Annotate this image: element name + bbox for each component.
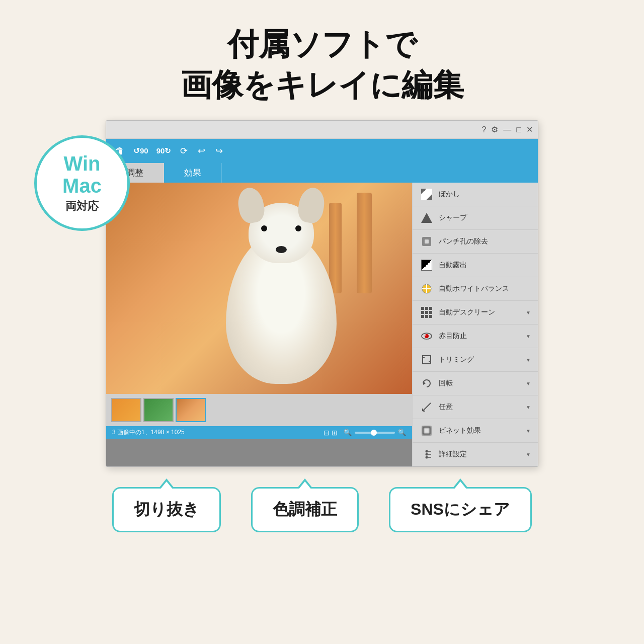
status-bar: 3 画像中の1、1498 × 1025 ⊟ ⊞ 🔍 🔍 <box>106 426 412 439</box>
sidebar-label-descreen: 自動デスクリーン <box>439 308 521 317</box>
vignette-arrow: ▼ <box>526 428 531 434</box>
thumbnail-3[interactable] <box>176 398 206 422</box>
dog-eye-right <box>295 225 301 231</box>
punch-icon <box>420 234 434 249</box>
sidebar-item-details[interactable]: 詳細設定 ▼ <box>413 443 538 466</box>
sidebar-label-arbitrary: 任意 <box>439 403 521 412</box>
thumb-orange-img <box>112 399 140 421</box>
details-arrow: ▼ <box>526 452 531 457</box>
page-title: 付属ソフトで 画像をキレイに編集 <box>0 24 644 105</box>
sidebar-item-trimming[interactable]: トリミング ▼ <box>413 348 538 372</box>
title-bar: ? ⚙ — □ ✕ <box>106 121 538 139</box>
rotate-right-label: 90↻ <box>154 145 174 156</box>
whitebalance-icon <box>420 282 434 296</box>
image-area: 3 画像中の1、1498 × 1025 ⊟ ⊞ 🔍 🔍 <box>106 183 412 466</box>
sidebar-item-sharpen[interactable]: シャープ <box>413 206 538 230</box>
sidebar-item-vignette[interactable]: ビネット効果 ▼ <box>413 419 538 443</box>
view-icons: ⊟ ⊞ <box>324 429 338 437</box>
bottom-badges: 切り抜き 色調補正 SNSにシェア <box>0 467 644 532</box>
compat-label: 両対応 <box>65 199 99 214</box>
details-icon <box>420 447 434 461</box>
win-mac-badge: Win Mac 両対応 <box>34 135 130 231</box>
sidebar-label-sharpen: シャープ <box>439 213 531 222</box>
svg-rect-8 <box>423 356 431 364</box>
dog-ear-left <box>235 186 266 225</box>
rotate-left-label: ↺90 <box>131 145 150 156</box>
tab-effects[interactable]: 効果 <box>164 163 222 183</box>
help-icon[interactable]: ? <box>481 125 486 134</box>
rotate-arrow: ▼ <box>526 381 531 386</box>
sidebar-item-descreen[interactable]: 自動デスクリーン ▼ <box>413 301 538 325</box>
svg-point-21 <box>426 456 428 459</box>
zoom-in-icon[interactable]: 🔍 <box>398 429 406 436</box>
sidebar-label-vignette: ビネット効果 <box>439 426 521 435</box>
dog-figure <box>226 233 337 384</box>
descreen-arrow: ▼ <box>526 310 531 315</box>
refresh-button[interactable]: ⟳ <box>177 143 191 158</box>
trimming-arrow: ▼ <box>526 357 531 363</box>
sidebar-label-exposure: 自動露出 <box>439 261 531 270</box>
close-icon[interactable]: ✕ <box>526 125 533 134</box>
win-label: Win <box>64 152 101 175</box>
dog-ear-right <box>296 186 327 225</box>
maximize-icon[interactable]: □ <box>516 125 521 134</box>
svg-point-19 <box>426 450 428 453</box>
title-line1: 付属ソフトで <box>227 27 417 61</box>
vignette-icon <box>420 424 434 438</box>
exposure-icon <box>420 258 434 272</box>
view-split-icon[interactable]: ⊟ <box>324 429 330 437</box>
thumb-green-img <box>144 399 173 421</box>
zoom-slider[interactable] <box>355 432 395 434</box>
badge-sns: SNSにシェア <box>389 487 532 532</box>
sharpen-icon <box>420 211 434 225</box>
badge-sns-label: SNSにシェア <box>411 500 510 518</box>
sidebar-item-arbitrary[interactable]: 任意 ▼ <box>413 395 538 419</box>
sidebar-item-redeye[interactable]: 赤目防止 ▼ <box>413 325 538 348</box>
dog-nose <box>276 246 287 253</box>
badge-color: 色調補正 <box>251 487 359 532</box>
redeye-arrow: ▼ <box>526 334 531 339</box>
thumbnail-2[interactable] <box>143 398 174 422</box>
rotate-icon <box>420 376 434 390</box>
settings-icon[interactable]: ⚙ <box>491 125 498 134</box>
thumb-dog-img <box>177 399 205 421</box>
window-body: 3 画像中の1、1498 × 1025 ⊟ ⊞ 🔍 🔍 <box>106 183 538 466</box>
arbitrary-icon <box>420 400 434 414</box>
svg-point-20 <box>426 453 428 456</box>
sidebar-item-whitebalance[interactable]: 自動ホワイトバランス <box>413 277 538 301</box>
title-line2: 画像をキレイに編集 <box>181 67 464 102</box>
zoom-slider-thumb <box>371 430 377 436</box>
sidebar-label-rotate: 回転 <box>439 379 521 388</box>
zoom-out-icon[interactable]: 🔍 <box>344 429 352 436</box>
win-mac-text: Win Mac <box>62 152 102 197</box>
sidebar-label-details: 詳細設定 <box>439 450 521 459</box>
toolbar: 🗑 ↺90 90↻ ⟳ ↩ ↪ <box>106 139 538 163</box>
blur-icon <box>420 187 434 201</box>
sidebar-item-exposure[interactable]: 自動露出 <box>413 254 538 277</box>
svg-rect-1 <box>425 239 429 244</box>
thumbnail-strip <box>106 394 412 426</box>
sidebar-label-wb: 自動ホワイトバランス <box>439 284 531 293</box>
svg-point-7 <box>425 335 427 336</box>
view-grid-icon[interactable]: ⊞ <box>332 429 338 437</box>
zoom-controls: 🔍 🔍 <box>344 429 406 436</box>
sidebar-label-blur: ぼかし <box>439 190 531 199</box>
thumbnail-1[interactable] <box>111 398 141 422</box>
undo-button[interactable]: ↩ <box>195 143 208 158</box>
sidebar-item-blur[interactable]: ぼかし <box>413 183 538 206</box>
main-content: Win Mac 両対応 ? ⚙ — □ ✕ 🗑 ↺90 90↻ ⟳ ↩ ↪ 調整… <box>0 120 644 467</box>
redo-button[interactable]: ↪ <box>212 143 226 158</box>
image-display <box>106 183 412 394</box>
dog-eye-left <box>261 225 267 231</box>
minimize-icon[interactable]: — <box>503 125 511 134</box>
badge-cutout: 切り抜き <box>112 487 221 532</box>
descreen-icon <box>420 305 434 319</box>
svg-marker-13 <box>423 381 426 385</box>
chair-leg-1 <box>357 193 372 293</box>
sidebar-label-redeye: 赤目防止 <box>439 332 521 341</box>
badge-cutout-label: 切り抜き <box>134 500 199 518</box>
sidebar-item-punch[interactable]: パンチ孔の除去 <box>413 230 538 254</box>
status-text: 3 画像中の1、1498 × 1025 <box>112 428 317 437</box>
sidebar-label-trimming: トリミング <box>439 355 521 364</box>
sidebar-item-rotate[interactable]: 回転 ▼ <box>413 372 538 395</box>
